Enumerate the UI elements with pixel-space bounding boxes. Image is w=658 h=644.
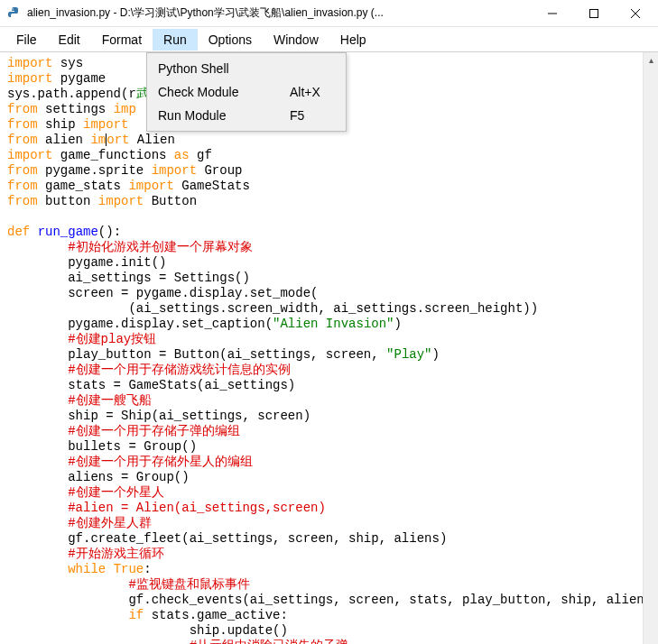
t: Alien [129,133,174,147]
kw: im [90,133,106,147]
kw: import [7,56,52,70]
kw: from [7,117,38,132]
t: game_stats [38,179,129,193]
python-idle-icon [7,6,22,21]
t: (ai_settings.screen_width, ai_settings.s… [7,301,538,316]
kw: import [152,163,197,178]
t: stats.game_active: [144,608,288,622]
menu-check-module[interactable]: Check Module Alt+X [149,80,344,104]
vertical-scrollbar[interactable]: ▴ [643,52,658,644]
kw: imp [114,102,136,116]
t [30,225,37,239]
t: bullets = Group() [7,439,197,454]
comment: #从元组中消除已消失的子弹 [7,639,348,644]
comment: #监视键盘和鼠标事件 [7,577,250,592]
menu-help[interactable]: Help [329,29,377,51]
kw: from [7,133,38,147]
comment: #创建一个用于存储外星人的编组 [7,455,253,469]
t: pygame.sprite [38,163,152,178]
kw: def [7,225,30,239]
menu-window[interactable]: Window [263,29,329,51]
kw: import [7,148,52,162]
kw: ort [107,133,129,147]
t: screen = pygame.display.set_mode( [7,286,318,300]
t: ship.update() [7,623,288,638]
t [106,562,113,576]
menu-file[interactable]: File [5,29,48,51]
kw: as [174,148,190,162]
kw: if [128,608,144,622]
t: gf.check_events(ai_settings, screen, sta… [7,593,652,607]
kw: import [128,179,173,193]
t: pygame.display.set_caption( [7,317,273,331]
dd-shortcut: Alt+X [290,85,335,99]
menu-format[interactable]: Format [91,29,153,51]
menu-options[interactable]: Options [198,29,263,51]
str: "Play" [386,347,431,362]
dd-label: Check Module [158,85,290,99]
t: pygame [52,71,106,86]
t: Group [197,163,242,178]
t: pygame.init() [7,255,166,270]
kw: import [83,117,128,132]
kw: from [7,163,38,178]
t: button [38,194,98,208]
t: Button [144,194,197,208]
comment: #创建一艘飞船 [7,393,152,408]
menu-run[interactable]: Run [153,29,198,51]
menubar: File Edit Format Run Options Window Help [0,27,658,52]
t: GameStats [174,179,250,193]
t: ai_settings = Settings() [7,271,250,285]
fn-def: run_game [38,225,98,239]
menu-python-shell[interactable]: Python Shell [149,57,344,80]
comment: #开始游戏主循环 [7,547,164,561]
kw: import [7,71,52,86]
t: alien [38,133,91,147]
t [7,562,68,576]
titlebar: alien_invasion.py - D:\学习测试\Python学习\武装飞… [0,0,658,27]
t: ship [38,117,83,132]
comment: #初始化游戏并创建一个屏幕对象 [7,240,253,254]
t: play_button = Button(ai_settings, screen… [7,347,386,362]
window-title: alien_invasion.py - D:\学习测试\Python学习\武装飞… [27,5,532,21]
t: game_functions [52,148,173,162]
menu-edit[interactable]: Edit [48,29,91,51]
t: ) [394,317,401,331]
t [7,608,128,622]
svg-rect-2 [590,9,598,17]
editor-area[interactable]: import sys import pygame sys.path.append… [0,52,658,644]
kw: from [7,179,38,193]
kw: from [7,194,38,208]
scroll-up-icon[interactable]: ▴ [644,52,658,68]
dd-label: Python Shell [158,61,290,76]
t: sys.path.append(r [7,87,136,101]
t: : [144,562,151,576]
comment: #alien = Alien(ai_settings,screen) [7,501,326,515]
comment: #创建play按钮 [7,332,156,346]
minimize-button[interactable] [532,0,573,27]
maximize-button[interactable] [573,0,615,27]
t: settings [38,102,114,116]
str: "Alien Invasion" [273,317,394,331]
comment: #创建一个用于存储游戏统计信息的实例 [7,363,291,377]
t: ) [432,347,440,362]
comment: #创建一个外星人 [7,485,164,500]
run-menu-dropdown: Python Shell Check Module Alt+X Run Modu… [146,52,347,132]
t: (): [98,225,121,239]
code-content[interactable]: import sys import pygame sys.path.append… [0,52,658,644]
t: sys [52,56,83,70]
comment: #创建一个用于存储子弹的编组 [7,424,240,438]
dd-shortcut: F5 [290,108,335,123]
svg-point-0 [12,8,14,10]
menu-run-module[interactable]: Run Module F5 [149,104,344,127]
t: ship = Ship(ai_settings, screen) [7,409,310,423]
dd-label: Run Module [158,108,290,123]
kw: from [7,102,38,116]
kw: while [68,562,106,576]
kw: True [114,562,144,576]
comment: #创建外星人群 [7,516,152,530]
kw: import [98,194,144,208]
close-button[interactable] [615,0,656,27]
t: stats = GameStats(ai_settings) [7,378,295,392]
t: aliens = Group() [7,470,190,484]
